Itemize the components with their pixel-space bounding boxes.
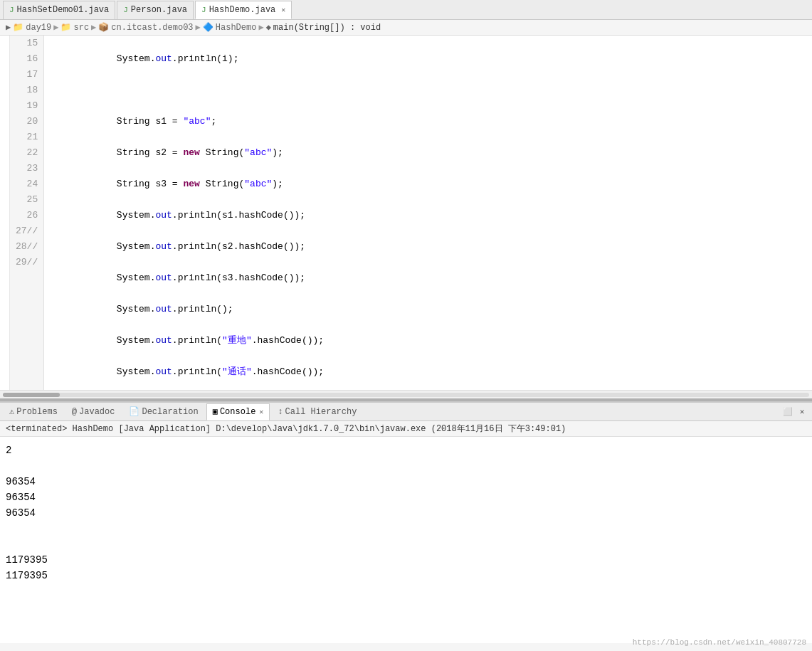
- breadcrumb-class[interactable]: HashDemo: [216, 23, 257, 33]
- gutter-27: [0, 223, 9, 239]
- java-file-icon-3: J: [201, 6, 206, 14]
- editor-horizontal-scrollbar[interactable]: [0, 390, 812, 398]
- gutter-19: [0, 98, 9, 114]
- tab-close-icon[interactable]: ✕: [281, 6, 285, 14]
- tab-label-2: Person.java: [131, 5, 187, 15]
- code-line-22: System.out.println(s3.hashCode());: [50, 270, 806, 286]
- code-line-15: System.out.println(i);: [50, 51, 806, 67]
- gutter-16: [0, 51, 9, 67]
- watermark: https://blog.csdn.net/weixin_40807728: [633, 638, 806, 647]
- editor-area: 15 16 17 18 19 20 21 22 23 24 25 26 27//…: [0, 36, 812, 398]
- breadcrumb-sep1: ▶: [53, 22, 58, 33]
- gutter-22: [0, 145, 9, 161]
- editor-scroll[interactable]: 15 16 17 18 19 20 21 22 23 24 25 26 27//…: [0, 36, 812, 390]
- console-header-text: <terminated> HashDemo [Java Application]…: [6, 424, 566, 434]
- tab-callhierarchy[interactable]: ↕ Call Hierarchy: [271, 403, 363, 420]
- editor-tab-bar: J HashSetDemo01.java J Person.java J Has…: [0, 0, 812, 20]
- console-line-blank2: [6, 521, 806, 536]
- code-line-23: System.out.println();: [50, 302, 806, 317]
- breadcrumb-day19[interactable]: day19: [26, 23, 51, 33]
- gutter-23: [0, 161, 9, 176]
- gutter-24: [0, 176, 9, 192]
- breadcrumb-sep4: ▶: [258, 22, 263, 33]
- console-line-6: 1179395: [6, 568, 806, 583]
- close-panel-button[interactable]: ✕: [796, 406, 808, 418]
- console-close-icon[interactable]: ✕: [259, 408, 263, 416]
- gutter-28: [0, 239, 9, 255]
- editor-gutter: [0, 36, 10, 390]
- panel-tab-actions: ⬜ ✕: [782, 406, 812, 418]
- console-line-blank3: [6, 536, 806, 552]
- breadcrumb-method[interactable]: main(String[]) : void: [273, 23, 381, 33]
- java-file-icon-2: J: [123, 6, 128, 14]
- code-line-18: String s2 = new String("abc");: [50, 145, 806, 161]
- tab-console-label: Console: [220, 407, 255, 417]
- console-icon: ▣: [213, 406, 218, 417]
- gutter-25: [0, 192, 9, 208]
- tab-hashdemo[interactable]: J HashDemo.java ✕: [195, 1, 292, 19]
- breadcrumb-src[interactable]: src: [73, 23, 89, 33]
- code-editor[interactable]: System.out.println(i); String s1 = "abc"…: [44, 36, 812, 390]
- code-line-16: [50, 83, 806, 98]
- gutter-29: [0, 255, 9, 270]
- tab-declaration[interactable]: 📄 Declaration: [122, 403, 204, 420]
- tab-declaration-label: Declaration: [142, 407, 198, 417]
- gutter-18: [0, 83, 9, 98]
- breadcrumb-sep3: ▶: [196, 22, 201, 33]
- code-line-21: System.out.println(s2.hashCode());: [50, 239, 806, 255]
- callhierarchy-icon: ↕: [278, 407, 283, 417]
- minimize-panel-button[interactable]: ⬜: [782, 406, 793, 418]
- breadcrumb-sep2: ▶: [91, 22, 96, 33]
- tab-problems[interactable]: ⚠ Problems: [3, 403, 64, 420]
- console-line-5: 1179395: [6, 552, 806, 568]
- breadcrumb-icon-folder: 📁: [13, 22, 23, 33]
- tab-label: HashSetDemo01.java: [17, 5, 110, 15]
- tab-javadoc[interactable]: @ Javadoc: [65, 403, 122, 420]
- javadoc-icon: @: [72, 407, 77, 417]
- console-line-4: 96354: [6, 505, 806, 521]
- problems-icon: ⚠: [9, 406, 14, 417]
- code-line-25: System.out.println("通话".hashCode());: [50, 364, 806, 380]
- breadcrumb-icon-src: 📁: [60, 22, 71, 33]
- scrollbar-thumb[interactable]: [3, 393, 60, 397]
- console-line-1: 2: [6, 443, 806, 458]
- console-line-3: 96354: [6, 489, 806, 505]
- tab-javadoc-label: Javadoc: [79, 407, 115, 417]
- breadcrumb-package[interactable]: cn.itcast.demo03: [111, 23, 193, 33]
- breadcrumb-icon-pkg: 📦: [98, 22, 109, 33]
- breadcrumb-icon-class: 🔷: [203, 22, 213, 33]
- code-line-17: String s1 = "abc";: [50, 114, 806, 129]
- tab-hashsetdemo01[interactable]: J HashSetDemo01.java: [3, 1, 115, 19]
- code-line-19: String s3 = new String("abc");: [50, 176, 806, 192]
- console-output[interactable]: 2 96354 96354 96354 1179395 1179395: [0, 437, 812, 643]
- scrollbar-track[interactable]: [3, 393, 809, 397]
- console-header: <terminated> HashDemo [Java Application]…: [0, 421, 812, 437]
- code-line-20: System.out.println(s1.hashCode());: [50, 208, 806, 223]
- breadcrumb-arrow: ▶: [6, 22, 11, 33]
- tab-callhierarchy-label: Call Hierarchy: [285, 407, 357, 417]
- breadcrumb: ▶ 📁 day19 ▶ 📁 src ▶ 📦 cn.itcast.demo03 ▶…: [0, 20, 812, 36]
- tab-console[interactable]: ▣ Console ✕: [206, 403, 270, 420]
- bottom-panel: ⚠ Problems @ Javadoc 📄 Declaration ▣ Con…: [0, 401, 812, 643]
- java-file-icon: J: [9, 6, 14, 14]
- tab-problems-label: Problems: [16, 407, 58, 417]
- gutter-26: [0, 208, 9, 223]
- gutter-15: [0, 36, 9, 51]
- tab-person[interactable]: J Person.java: [117, 1, 194, 19]
- console-line-2: 96354: [6, 474, 806, 489]
- breadcrumb-icon-method: ◆: [266, 22, 271, 33]
- declaration-icon: 📄: [129, 406, 139, 417]
- console-line-blank1: [6, 458, 806, 474]
- code-line-24: System.out.println("重地".hashCode());: [50, 333, 806, 349]
- panel-tab-bar: ⚠ Problems @ Javadoc 📄 Declaration ▣ Con…: [0, 403, 812, 421]
- tab-label-3: HashDemo.java: [209, 5, 276, 15]
- gutter-20: [0, 114, 9, 129]
- line-numbers: 15 16 17 18 19 20 21 22 23 24 25 26 27//…: [10, 36, 44, 390]
- gutter-17: [0, 67, 9, 83]
- gutter-21: [0, 129, 9, 145]
